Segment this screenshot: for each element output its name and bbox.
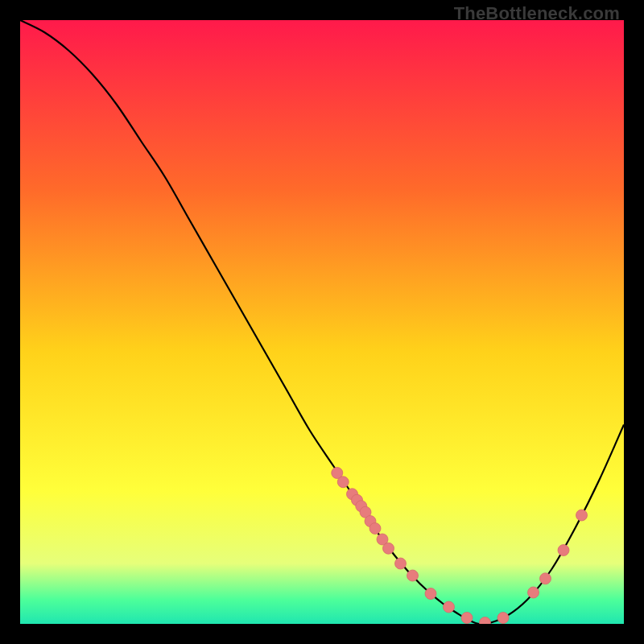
curve-marker <box>528 587 539 598</box>
curve-marker <box>407 570 419 581</box>
curve-marker <box>369 523 381 535</box>
curve-marker <box>444 601 455 613</box>
curve-marker <box>337 477 349 488</box>
chart-area <box>20 20 624 624</box>
curve-marker <box>540 573 551 584</box>
curve-marker <box>558 545 569 556</box>
chart-svg <box>20 20 624 624</box>
curve-marker <box>395 558 407 569</box>
curve-marker <box>461 613 473 624</box>
curve-marker <box>383 543 394 554</box>
curve-marker <box>425 588 436 600</box>
curve-marker <box>576 510 588 521</box>
gradient-background <box>20 20 624 624</box>
curve-marker <box>497 613 509 624</box>
